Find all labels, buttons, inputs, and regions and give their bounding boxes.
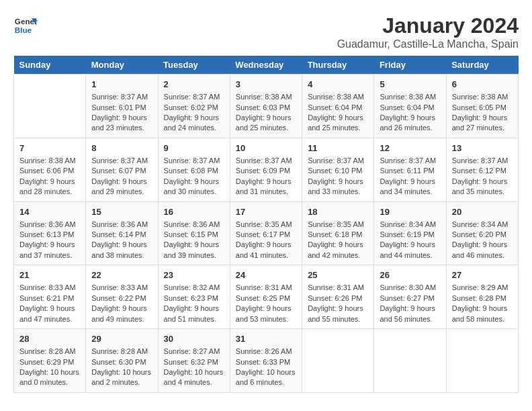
day-number: 22 (91, 269, 152, 281)
day-number: 11 (308, 142, 368, 154)
day-number: 12 (380, 142, 440, 154)
day-info: Sunrise: 8:34 AMSunset: 6:19 PMDaylight:… (380, 220, 440, 261)
calendar-cell: 3Sunrise: 8:38 AMSunset: 6:03 PMDaylight… (230, 75, 302, 138)
day-info: Sunrise: 8:36 AMSunset: 6:13 PMDaylight:… (19, 220, 80, 261)
day-info: Sunrise: 8:37 AMSunset: 6:11 PMDaylight:… (380, 156, 440, 197)
column-header-wednesday: Wednesday (230, 56, 302, 75)
column-header-sunday: Sunday (14, 56, 86, 75)
day-number: 8 (91, 142, 152, 154)
day-number: 19 (380, 206, 440, 218)
day-number: 27 (452, 269, 513, 281)
day-number: 17 (236, 206, 296, 218)
day-number: 26 (380, 269, 440, 281)
calendar-cell: 27Sunrise: 8:29 AMSunset: 6:28 PMDayligh… (446, 265, 518, 329)
calendar-cell: 2Sunrise: 8:37 AMSunset: 6:02 PMDaylight… (158, 75, 230, 138)
page-header: General Blue January 2024 Guadamur, Cast… (13, 13, 519, 50)
calendar-cell: 10Sunrise: 8:37 AMSunset: 6:09 PMDayligh… (230, 138, 302, 201)
calendar-cell (302, 329, 374, 393)
day-info: Sunrise: 8:32 AMSunset: 6:23 PMDaylight:… (164, 283, 224, 324)
calendar-cell: 15Sunrise: 8:36 AMSunset: 6:14 PMDayligh… (86, 201, 158, 265)
day-info: Sunrise: 8:35 AMSunset: 6:18 PMDaylight:… (308, 220, 368, 261)
day-info: Sunrise: 8:30 AMSunset: 6:27 PMDaylight:… (380, 283, 440, 324)
day-info: Sunrise: 8:34 AMSunset: 6:20 PMDaylight:… (452, 220, 513, 261)
day-number: 9 (164, 142, 224, 154)
calendar-cell: 25Sunrise: 8:31 AMSunset: 6:26 PMDayligh… (302, 265, 374, 329)
day-number: 23 (164, 269, 224, 281)
day-info: Sunrise: 8:38 AMSunset: 6:03 PMDaylight:… (236, 92, 296, 134)
day-info: Sunrise: 8:38 AMSunset: 6:05 PMDaylight:… (452, 92, 513, 134)
day-info: Sunrise: 8:37 AMSunset: 6:01 PMDaylight:… (91, 92, 152, 134)
column-header-monday: Monday (86, 56, 158, 75)
day-number: 21 (19, 269, 80, 281)
calendar-cell (374, 329, 446, 393)
day-number: 24 (236, 269, 296, 281)
calendar-cell: 13Sunrise: 8:37 AMSunset: 6:12 PMDayligh… (446, 138, 518, 201)
calendar-cell: 23Sunrise: 8:32 AMSunset: 6:23 PMDayligh… (158, 265, 230, 329)
calendar-cell: 26Sunrise: 8:30 AMSunset: 6:27 PMDayligh… (374, 265, 446, 329)
column-header-tuesday: Tuesday (158, 56, 230, 75)
day-number: 3 (236, 79, 296, 91)
title-section: January 2024 Guadamur, Castille-La Manch… (337, 13, 519, 50)
logo-icon: General Blue (13, 13, 38, 38)
logo: General Blue (13, 13, 38, 38)
calendar-cell: 21Sunrise: 8:33 AMSunset: 6:21 PMDayligh… (14, 265, 86, 329)
calendar-cell: 4Sunrise: 8:38 AMSunset: 6:04 PMDaylight… (302, 75, 374, 138)
day-number: 5 (380, 79, 440, 91)
calendar-cell: 11Sunrise: 8:37 AMSunset: 6:10 PMDayligh… (302, 138, 374, 201)
calendar-table: SundayMondayTuesdayWednesdayThursdayFrid… (13, 56, 519, 393)
column-header-thursday: Thursday (302, 56, 374, 75)
calendar-cell: 7Sunrise: 8:38 AMSunset: 6:06 PMDaylight… (14, 138, 86, 201)
calendar-cell: 20Sunrise: 8:34 AMSunset: 6:20 PMDayligh… (446, 201, 518, 265)
calendar-cell (446, 329, 518, 393)
day-info: Sunrise: 8:38 AMSunset: 6:04 PMDaylight:… (308, 92, 368, 134)
day-info: Sunrise: 8:37 AMSunset: 6:02 PMDaylight:… (164, 92, 224, 134)
day-info: Sunrise: 8:27 AMSunset: 6:32 PMDaylight:… (164, 347, 224, 388)
column-header-friday: Friday (374, 56, 446, 75)
calendar-week-3: 21Sunrise: 8:33 AMSunset: 6:21 PMDayligh… (14, 265, 519, 329)
calendar-week-2: 14Sunrise: 8:36 AMSunset: 6:13 PMDayligh… (14, 201, 519, 265)
calendar-week-1: 7Sunrise: 8:38 AMSunset: 6:06 PMDaylight… (14, 138, 519, 201)
calendar-cell: 17Sunrise: 8:35 AMSunset: 6:17 PMDayligh… (230, 201, 302, 265)
day-number: 20 (452, 206, 513, 218)
calendar-cell: 30Sunrise: 8:27 AMSunset: 6:32 PMDayligh… (158, 329, 230, 393)
day-number: 29 (91, 333, 152, 345)
calendar-cell: 31Sunrise: 8:26 AMSunset: 6:33 PMDayligh… (230, 329, 302, 393)
calendar-cell: 28Sunrise: 8:28 AMSunset: 6:29 PMDayligh… (14, 329, 86, 393)
calendar-cell: 9Sunrise: 8:37 AMSunset: 6:08 PMDaylight… (158, 138, 230, 201)
day-number: 6 (452, 79, 513, 91)
day-info: Sunrise: 8:37 AMSunset: 6:09 PMDaylight:… (236, 156, 296, 197)
day-number: 18 (308, 206, 368, 218)
day-info: Sunrise: 8:33 AMSunset: 6:22 PMDaylight:… (91, 283, 152, 324)
calendar-cell: 6Sunrise: 8:38 AMSunset: 6:05 PMDaylight… (446, 75, 518, 138)
page-title: January 2024 (337, 13, 519, 38)
calendar-cell: 5Sunrise: 8:38 AMSunset: 6:04 PMDaylight… (374, 75, 446, 138)
day-info: Sunrise: 8:37 AMSunset: 6:07 PMDaylight:… (91, 156, 152, 197)
calendar-cell: 8Sunrise: 8:37 AMSunset: 6:07 PMDaylight… (86, 138, 158, 201)
calendar-cell: 29Sunrise: 8:28 AMSunset: 6:30 PMDayligh… (86, 329, 158, 393)
day-info: Sunrise: 8:28 AMSunset: 6:29 PMDaylight:… (19, 347, 80, 388)
day-number: 15 (91, 206, 152, 218)
day-number: 7 (19, 142, 80, 154)
page-subtitle: Guadamur, Castille-La Mancha, Spain (337, 38, 519, 50)
day-info: Sunrise: 8:37 AMSunset: 6:10 PMDaylight:… (308, 156, 368, 197)
day-number: 28 (19, 333, 80, 345)
day-info: Sunrise: 8:36 AMSunset: 6:15 PMDaylight:… (164, 220, 224, 261)
calendar-cell: 18Sunrise: 8:35 AMSunset: 6:18 PMDayligh… (302, 201, 374, 265)
day-number: 30 (164, 333, 224, 345)
calendar-cell: 22Sunrise: 8:33 AMSunset: 6:22 PMDayligh… (86, 265, 158, 329)
calendar-cell: 16Sunrise: 8:36 AMSunset: 6:15 PMDayligh… (158, 201, 230, 265)
day-number: 13 (452, 142, 513, 154)
day-info: Sunrise: 8:31 AMSunset: 6:26 PMDaylight:… (308, 283, 368, 324)
column-header-saturday: Saturday (446, 56, 518, 75)
calendar-cell: 19Sunrise: 8:34 AMSunset: 6:19 PMDayligh… (374, 201, 446, 265)
calendar-cell: 1Sunrise: 8:37 AMSunset: 6:01 PMDaylight… (86, 75, 158, 138)
day-info: Sunrise: 8:36 AMSunset: 6:14 PMDaylight:… (91, 220, 152, 261)
calendar-cell: 24Sunrise: 8:31 AMSunset: 6:25 PMDayligh… (230, 265, 302, 329)
day-info: Sunrise: 8:29 AMSunset: 6:28 PMDaylight:… (452, 283, 513, 324)
day-number: 16 (164, 206, 224, 218)
svg-text:Blue: Blue (15, 26, 32, 34)
day-info: Sunrise: 8:38 AMSunset: 6:04 PMDaylight:… (380, 92, 440, 134)
day-info: Sunrise: 8:35 AMSunset: 6:17 PMDaylight:… (236, 220, 296, 261)
calendar-cell: 14Sunrise: 8:36 AMSunset: 6:13 PMDayligh… (14, 201, 86, 265)
day-info: Sunrise: 8:31 AMSunset: 6:25 PMDaylight:… (236, 283, 296, 324)
